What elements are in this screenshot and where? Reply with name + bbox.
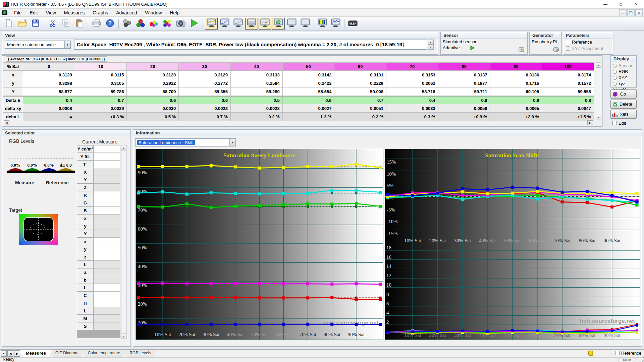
table-cell[interactable]: 0.4 [23, 96, 75, 104]
table-cell[interactable]: +2.0 % [490, 113, 542, 121]
table-cell[interactable]: 0.0030 [127, 104, 179, 113]
view-rgb-levels-button[interactable] [245, 18, 258, 30]
column-header-cell[interactable]: 30 [179, 62, 231, 71]
table-cell[interactable]: -1.3 % [283, 113, 335, 121]
column-header-cell[interactable]: 50 [283, 62, 335, 71]
table-cell[interactable]: 0.3136 [490, 71, 542, 79]
table-vertical-scrollbar[interactable]: ▲ ▼ [596, 62, 601, 120]
table-cell[interactable]: 0.5 [231, 96, 283, 104]
table-cell[interactable]: 0.7 [334, 96, 386, 104]
menu-view[interactable]: View [42, 9, 60, 16]
view-cie-diagram-button[interactable] [272, 18, 285, 30]
column-header-cell[interactable]: 20 [127, 62, 179, 71]
sensor-settings-icon[interactable] [519, 47, 525, 53]
document-icon[interactable] [2, 10, 7, 15]
table-cell[interactable]: 0.0008 [23, 104, 75, 113]
measure-primaries-button[interactable] [148, 18, 160, 30]
delete-button[interactable]: Delete [610, 100, 637, 109]
tab-color-temperature[interactable]: Color temperature [82, 350, 127, 357]
minimize-icon[interactable]: — [598, 0, 613, 9]
column-header-cell[interactable]: 0 [23, 62, 75, 71]
table-cell[interactable]: 0.2584 [231, 79, 283, 87]
table-cell[interactable]: 58.709 [127, 87, 179, 96]
table-cell[interactable]: 0.3153 [386, 71, 438, 79]
save-button[interactable] [29, 18, 42, 30]
paste-button[interactable] [73, 18, 86, 30]
scroll-up-icon[interactable]: ▲ [121, 145, 126, 150]
table-cell[interactable]: 0.2229 [334, 79, 386, 87]
table-cell[interactable]: 0.3133 [231, 71, 283, 79]
tab-cie-diagram[interactable]: CIE Diagram [49, 350, 85, 357]
table-cell[interactable]: 0.2062 [386, 79, 438, 87]
refs-button[interactable]: Refs [610, 110, 637, 119]
menu-edit[interactable]: Edit [26, 9, 42, 16]
table-cell[interactable]: 58.877 [23, 87, 75, 96]
display-radio-xyz[interactable]: XYZ [613, 75, 636, 80]
column-header-cell[interactable]: 10 [75, 62, 127, 71]
table-cell[interactable]: 59.355 [179, 87, 231, 96]
column-header-cell[interactable]: 70 [386, 62, 438, 71]
table-scroll-right-icon[interactable]: ▶ [587, 120, 593, 125]
table-cell[interactable]: 0.1877 [438, 79, 490, 87]
menu-help[interactable]: Help [166, 9, 183, 16]
table-scroll-left-icon[interactable]: ◀ [4, 120, 9, 125]
table-cell[interactable]: 0.1572 [542, 79, 594, 87]
menu-graphs[interactable]: Graphs [89, 9, 112, 16]
table-cell[interactable]: 0.6 [127, 96, 179, 104]
column-header-cell[interactable]: 80 [438, 62, 490, 71]
table-cell[interactable]: 0.6 [283, 96, 335, 104]
table-cell[interactable]: 0.0028 [231, 104, 283, 113]
table-cell[interactable]: 0.0051 [334, 104, 386, 113]
help-button[interactable]: ? [104, 18, 116, 30]
scroll-down-icon[interactable]: ▼ [596, 115, 601, 120]
table-cell[interactable]: 0.3129 [179, 71, 231, 79]
measure-rgb-button[interactable] [134, 18, 147, 30]
view-colorbars-button[interactable] [316, 18, 329, 30]
measure-preset-dropdown[interactable]: Magenta saturation scale ▼ [5, 41, 71, 49]
copy-button[interactable] [60, 18, 72, 30]
information-view-dropdown[interactable]: Saturation Luminance - Shift ▼ [135, 138, 236, 146]
generator-settings-icon[interactable] [553, 47, 560, 53]
table-cell[interactable]: -0.7 % [179, 113, 231, 121]
chevron-down-icon[interactable]: ▼ [229, 139, 235, 146]
column-header-cell[interactable]: 40 [231, 62, 283, 71]
spinner-down-icon[interactable]: ▼ [428, 45, 434, 50]
table-cell[interactable]: 60.105 [490, 87, 542, 96]
free-measure-button[interactable] [346, 18, 359, 30]
cut-button[interactable] [46, 18, 59, 30]
table-cell[interactable]: 0.3120 [127, 71, 179, 79]
view-color-temperature-button[interactable] [259, 18, 271, 30]
table-cell[interactable]: 0.0029 [75, 104, 127, 113]
view-sat-shift-button[interactable] [285, 18, 298, 30]
menu-measures[interactable]: Measures [60, 9, 89, 16]
view-luminance-button[interactable] [205, 18, 218, 30]
display-radio-xyz[interactable]: xyz [613, 81, 636, 86]
close-icon[interactable]: ✕ [629, 0, 644, 9]
table-cell[interactable]: 0.6 [179, 96, 231, 104]
view-histogram-button[interactable] [329, 18, 342, 30]
view-nearblack-button[interactable] [232, 18, 245, 30]
table-cell[interactable]: 0.3298 [23, 79, 75, 87]
sensor-run-icon[interactable] [470, 46, 475, 50]
menu-window[interactable]: Window [141, 9, 166, 16]
mdi-close-icon[interactable]: ✕ [635, 9, 643, 16]
measure-secondaries-button[interactable] [161, 18, 174, 30]
table-cell[interactable]: 0.0027 [283, 104, 335, 113]
table-cell[interactable]: 59.558 [542, 87, 594, 96]
table-cell[interactable]: 0.2922 [127, 79, 179, 87]
reference-checkbox[interactable]: Reference [615, 351, 641, 356]
table-cell[interactable]: 0.3142 [283, 71, 335, 79]
scroll-up-icon[interactable]: ▲ [596, 63, 601, 68]
table-cell[interactable]: 0.0033 [386, 104, 438, 113]
table-cell[interactable]: 0.8 [438, 96, 490, 104]
go-button[interactable]: Go [610, 89, 637, 99]
table-cell[interactable]: +1.5 % [542, 113, 594, 121]
table-cell[interactable]: -0.5 % [127, 113, 179, 121]
snapshot-button[interactable] [174, 18, 187, 30]
column-header-cell[interactable]: 100 [542, 62, 594, 71]
table-cell[interactable]: -0.3 % [386, 113, 438, 121]
table-cell[interactable]: 59.786 [75, 87, 127, 96]
view-contrast-button[interactable] [299, 18, 312, 30]
table-cell[interactable]: +0.3 % [75, 113, 127, 121]
display-radio-rgb[interactable]: RGB [613, 69, 636, 74]
